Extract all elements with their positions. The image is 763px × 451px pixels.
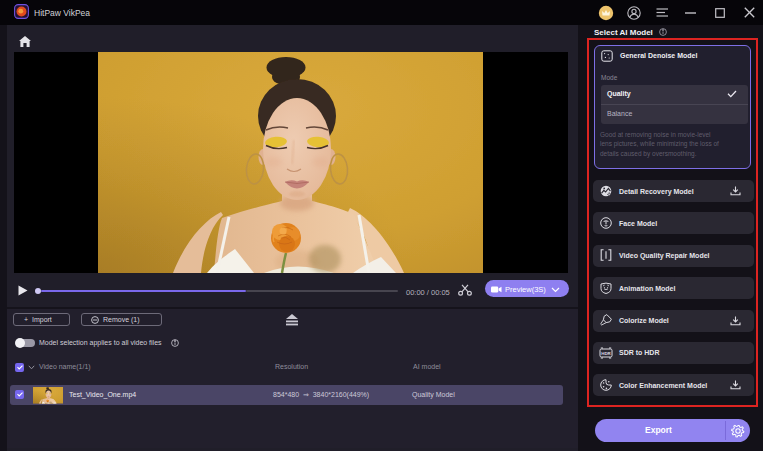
svg-text:HDR: HDR (601, 351, 611, 356)
